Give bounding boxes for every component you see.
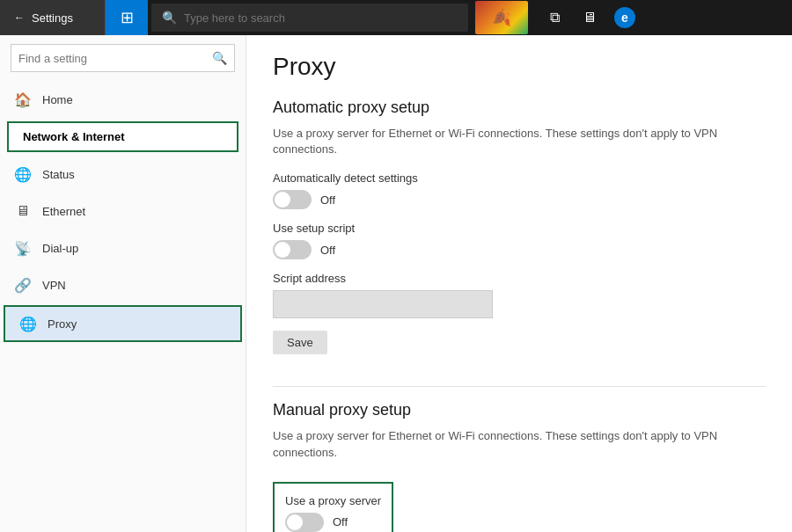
settings-tab-label: Settings xyxy=(32,11,73,25)
use-script-toggle-row: Off xyxy=(273,240,766,259)
auto-section-desc: Use a proxy server for Ethernet or Wi-Fi… xyxy=(273,126,766,157)
sidebar-section-header: Network & Internet xyxy=(7,121,238,152)
manual-section-desc: Use a proxy server for Ethernet or Wi-Fi… xyxy=(273,428,766,460)
vpn-icon: 🔗 xyxy=(14,277,32,294)
sidebar-item-home[interactable]: 🏠 Home xyxy=(0,81,246,118)
home-label: Home xyxy=(42,93,73,106)
auto-detect-label: Automatically detect settings xyxy=(273,171,766,185)
ethernet-label: Ethernet xyxy=(42,205,85,218)
ethernet-icon: 🖥 xyxy=(14,203,32,219)
content-area: Proxy Automatic proxy setup Use a proxy … xyxy=(246,35,792,532)
proxy-icon: 🌐 xyxy=(19,316,37,332)
sidebar-search-icon: 🔍 xyxy=(212,51,227,65)
sidebar-item-vpn[interactable]: 🔗 VPN xyxy=(0,266,246,303)
use-proxy-status: Off xyxy=(333,515,348,528)
sidebar-item-proxy[interactable]: 🌐 Proxy xyxy=(4,305,242,342)
settings-tab[interactable]: ← Settings xyxy=(0,0,106,35)
use-proxy-toggle[interactable] xyxy=(285,513,324,532)
sidebar-item-ethernet[interactable]: 🖥 Ethernet xyxy=(0,193,246,230)
taskbar-search-icon: 🔍 xyxy=(162,11,177,25)
script-address-input[interactable] xyxy=(273,290,493,318)
vpn-label: VPN xyxy=(42,279,66,292)
status-label: Status xyxy=(42,168,75,181)
taskbar-search-input[interactable] xyxy=(184,11,458,25)
script-address-setting: Script address xyxy=(273,272,766,318)
auto-detect-setting: Automatically detect settings Off xyxy=(273,171,766,209)
auto-detect-toggle-row: Off xyxy=(273,190,766,209)
auto-section-title: Automatic proxy setup xyxy=(273,98,766,117)
save-button[interactable]: Save xyxy=(273,331,327,354)
taskbar-search-bar[interactable]: 🔍 xyxy=(151,4,468,32)
back-arrow-icon: ← xyxy=(14,11,25,24)
windows-start-button[interactable]: ⊞ xyxy=(106,0,148,35)
dialup-label: Dial-up xyxy=(42,242,78,255)
dialup-icon: 📡 xyxy=(14,240,32,257)
sidebar-item-status[interactable]: 🌐 Status xyxy=(0,156,246,193)
home-icon: 🏠 xyxy=(14,91,32,108)
use-script-setting: Use setup script Off xyxy=(273,222,766,259)
windows-icon: ⊞ xyxy=(121,8,134,27)
sidebar-search-input[interactable] xyxy=(18,52,212,65)
sidebar-item-dialup[interactable]: 📡 Dial-up xyxy=(0,230,246,266)
use-script-toggle[interactable] xyxy=(273,240,312,259)
autumn-image: 🍂 xyxy=(475,1,528,34)
edge-icon[interactable]: e xyxy=(609,4,641,32)
taskview-icon[interactable]: ⧉ xyxy=(539,4,570,32)
manual-section-title: Manual proxy setup xyxy=(273,401,766,419)
use-proxy-toggle-row: Off xyxy=(285,513,381,532)
script-address-label: Script address xyxy=(273,272,766,285)
taskbar: ← Settings ⊞ 🔍 🍂 ⧉ 🖥 e xyxy=(0,0,792,35)
desktop-icon[interactable]: 🖥 xyxy=(574,4,605,32)
main-layout: 🔍 🏠 Home Network & Internet 🌐 Status 🖥 E… xyxy=(0,35,792,532)
section-divider xyxy=(273,386,766,387)
auto-detect-status: Off xyxy=(320,193,335,207)
use-script-status: Off xyxy=(320,244,335,257)
proxy-server-box: Use a proxy server Off xyxy=(273,482,393,532)
auto-detect-toggle[interactable] xyxy=(273,190,312,209)
use-script-label: Use setup script xyxy=(273,222,766,235)
sidebar-search-container[interactable]: 🔍 xyxy=(11,44,235,72)
edge-browser-icon: e xyxy=(614,7,635,28)
proxy-label: Proxy xyxy=(48,317,77,331)
status-icon: 🌐 xyxy=(14,166,32,183)
sidebar: 🔍 🏠 Home Network & Internet 🌐 Status 🖥 E… xyxy=(0,35,246,532)
taskbar-icons-group: ⧉ 🖥 e xyxy=(539,4,641,32)
use-proxy-label: Use a proxy server xyxy=(285,494,381,507)
page-title: Proxy xyxy=(273,53,766,81)
